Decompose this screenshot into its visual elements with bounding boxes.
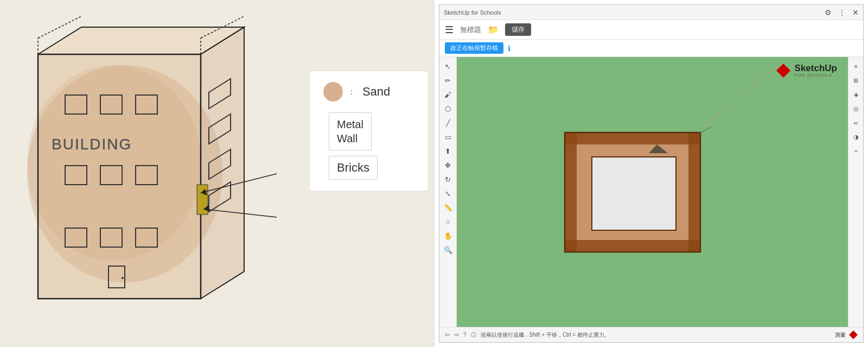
left-panel: BUILDING [0,0,434,347]
svg-rect-35 [688,133,700,252]
styles-icon[interactable]: ◎ [850,103,862,115]
scale-tool-icon[interactable]: ⤡ [442,187,454,199]
eraser-tool-icon[interactable]: ✏ [442,74,454,86]
nav-back-icon[interactable]: ⇦ [445,331,450,338]
hamburger-menu-icon[interactable]: ☰ [445,24,454,36]
legend-sand: : Sand [323,82,414,102]
zoom-tool-icon[interactable]: 🔍 [442,244,454,256]
legend-metal-wall: MetalWall [323,112,414,150]
window-controls: ⚙ ⋮ ✕ [825,8,859,17]
svg-rect-32 [565,133,700,144]
legend-box: : Sand MetalWall Bricks [309,71,429,191]
svg-marker-3 [201,27,244,299]
bricks-label: Bricks [329,156,378,180]
autosave-badge[interactable]: 啟正在軸視暫存檔 [445,42,503,54]
status-text: 按兩以使後行這繼．Shift + 平移，Ctrl = 都停止重力。 [481,331,610,339]
right-sidebar: ≡ ⊞ ◈ ◎ ∞ ◑ ≈ [848,57,863,327]
line-tool-icon[interactable]: ╱ [442,117,454,129]
status-sketchup-icon [849,331,858,339]
folder-icon[interactable]: 📁 [488,24,499,35]
info-icon[interactable]: ℹ [508,44,510,53]
pan-tool-icon[interactable]: ✋ [442,230,454,242]
more-icon[interactable]: ⋮ [838,8,846,17]
close-icon[interactable]: ✕ [852,8,859,17]
svg-line-40 [699,122,711,134]
right-panel: SketchUp for Schools ⚙ ⋮ ✕ ☰ 無標題 📁 儲存 啟正… [434,0,868,347]
status-left: ⇦ ⇨ ? ⓘ 按兩以使後行這繼．Shift + 平移，Ctrl = 都停止重力… [445,331,610,339]
svg-line-42 [658,73,755,100]
sketchup-window: SketchUp for Schools ⚙ ⋮ ✕ ☰ 無標題 📁 儲存 啟正… [439,4,864,343]
sand-label: Sand [362,85,390,99]
title-bar: SketchUp for Schools ⚙ ⋮ ✕ [439,5,863,20]
save-button[interactable]: 儲存 [505,23,531,36]
info-bar: 啟正在軸視暫存檔 ℹ [439,40,863,57]
svg-text:BUILDING: BUILDING [52,136,132,153]
svg-rect-25 [197,185,208,214]
scenes-icon[interactable]: ∞ [850,117,862,129]
tape-tool-icon[interactable]: 📏 [442,201,454,213]
sketchup-logo-icon [775,62,792,79]
layers-icon[interactable]: ≡ [850,60,862,72]
legend-bricks: Bricks [323,156,414,180]
left-toolbar: ↖ ✏ 🖌 ⬡ ╱ ▭ ⬆ ✥ ↻ ⤡ 📏 ○ ✋ 🔍 [439,57,457,327]
materials-icon[interactable]: ◈ [850,89,862,100]
app-title: SketchUp for Schools [444,9,501,16]
3d-model-svg [554,122,711,263]
shape-tool-icon[interactable]: ⬡ [442,103,454,115]
sketchup-logo-subtext: FOR SCHOOLS [795,73,837,78]
push-pull-tool-icon[interactable]: ⬆ [442,145,454,157]
sand-color-dot [323,82,343,102]
status-right: 測量 [835,331,858,339]
menu-bar: ☰ 無標題 📁 儲存 [439,20,863,40]
rotate-tool-icon[interactable]: ↻ [442,173,454,185]
svg-marker-30 [776,64,790,78]
sketchup-logo-text: SketchUp [795,64,837,73]
rect-tool-icon[interactable]: ▭ [442,131,454,143]
settings-icon[interactable]: ⚙ [825,8,832,17]
metal-wall-label: MetalWall [329,112,372,150]
canvas-area[interactable]: SketchUp FOR SCHOOLS [457,57,848,327]
svg-line-41 [701,62,782,128]
move-tool-icon[interactable]: ✥ [442,159,454,171]
shadows-icon[interactable]: ◑ [850,131,862,143]
orbit-tool-icon[interactable]: ○ [442,216,454,228]
sketchup-logo: SketchUp FOR SCHOOLS [775,62,837,79]
nav-forward-icon[interactable]: ⇨ [454,331,459,338]
measure-label: 測量 [835,331,846,339]
svg-point-20 [122,277,124,279]
status-help-icon[interactable]: ? [463,332,467,338]
paint-tool-icon[interactable]: 🖌 [442,89,454,100]
components-icon[interactable]: ⊞ [850,74,862,86]
status-bar: ⇦ ⇨ ? ⓘ 按兩以使後行這繼．Shift + 平移，Ctrl = 都停止重力… [439,327,863,342]
main-content: ↖ ✏ 🖌 ⬡ ╱ ▭ ⬆ ✥ ↻ ⤡ 📏 ○ ✋ 🔍 [439,57,863,327]
svg-rect-33 [565,240,700,252]
building-sketch-container: BUILDING [16,11,277,328]
document-title[interactable]: 無標題 [460,25,481,35]
svg-marker-2 [38,54,201,299]
select-tool-icon[interactable]: ↖ [442,60,454,72]
svg-rect-34 [565,133,577,252]
building-sketch-svg: BUILDING [16,11,277,326]
status-info-icon[interactable]: ⓘ [471,331,476,339]
fog-icon[interactable]: ≈ [850,145,862,157]
svg-rect-36 [592,157,676,230]
